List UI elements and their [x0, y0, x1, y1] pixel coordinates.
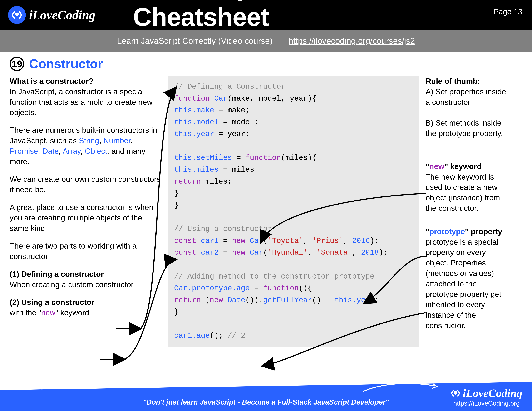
proto-q1: " — [426, 227, 429, 236]
code-l14: } — [174, 308, 179, 316]
para-3: We can create our own custom constructor… — [10, 174, 163, 195]
code-str-toyota: 'Toyota' — [268, 237, 303, 245]
section-number-circle: 19 — [10, 56, 24, 71]
code-kw-return-2: return — [174, 296, 201, 304]
part2-title: (2) Using a constructor — [10, 298, 94, 307]
code-kw-const-1: const — [174, 237, 196, 245]
course-link[interactable]: https://ilovecoding.org/courses/js2 — [289, 36, 415, 46]
footer-logo-icon — [451, 388, 460, 398]
code-var-car2: car2 — [196, 249, 218, 257]
code-var-car1: car1 — [196, 237, 218, 245]
code-l11j: , — [352, 249, 361, 257]
brand-text: iLoveCoding — [29, 8, 95, 22]
right-column: Rule of thumb: A) Set properties inside … — [419, 76, 509, 347]
section-title: Constructor — [29, 56, 103, 71]
code-l12d: = — [250, 284, 263, 292]
code-fn-name: Car — [210, 94, 228, 103]
rule-b: B) Set methods inside the prototype prop… — [426, 119, 503, 138]
part2-body-a: with the " — [10, 308, 41, 317]
code-l1c: (make, model, year){ — [228, 94, 316, 103]
code-kw-const-2: const — [174, 249, 196, 257]
code-this-5: this — [174, 166, 192, 174]
code-num-2016: 2016 — [352, 237, 370, 245]
part2-new-kw: new — [41, 308, 56, 317]
footer-brand: iLoveCoding — [463, 387, 522, 400]
code-prop-model: .model — [192, 118, 218, 127]
code-l8: } — [174, 189, 179, 198]
code-l13j: ; — [374, 296, 379, 304]
para-1: In JavaScript, a constructor is a specia… — [10, 87, 152, 117]
code-age: .age — [232, 284, 250, 292]
builtin-date: Date — [42, 147, 59, 155]
code-l11l: ); — [379, 249, 388, 257]
header-logo-area: iLoveCoding — [8, 6, 95, 24]
builtin-number: Number — [104, 136, 131, 145]
code-l13g: () - — [312, 296, 334, 304]
code-l7b: miles; — [201, 177, 232, 186]
proto-kw-title: prototype — [429, 227, 465, 236]
code-this-1: this — [174, 106, 192, 115]
part2-body-b: " keyword — [56, 308, 89, 317]
code-car-2: Car — [245, 249, 263, 257]
footer-arrow-icon — [360, 380, 440, 396]
code-this-3: this — [174, 130, 192, 138]
code-getfullyear: getFullYear — [263, 296, 312, 304]
code-this-4: this — [174, 154, 192, 162]
footer-url[interactable]: https://iLoveCoding.org — [453, 400, 520, 407]
para-5: There are two parts to working with a co… — [10, 241, 163, 262]
left-column: What is a constructor? In JavaScript, a … — [10, 76, 168, 347]
code-str-sonata: 'Sonata' — [316, 249, 352, 257]
code-comment-4: // 2 — [228, 332, 245, 340]
code-l10c: = — [218, 237, 232, 245]
logo-icon — [8, 6, 26, 24]
code-l10l: ); — [370, 237, 379, 245]
code-l13e: ()). — [245, 296, 263, 304]
new-body: The new keyword is used to create a new … — [426, 173, 500, 212]
subtitle-text: Learn JavaScript Correctly (Video course… — [117, 36, 272, 46]
code-car-3: Car — [174, 284, 188, 292]
rule-a: A) Set properties inside a constructor. — [426, 87, 506, 106]
code-l2c: = make; — [214, 106, 250, 115]
code-kw-function: function — [174, 94, 210, 103]
code-car1-call: car1 — [174, 332, 192, 340]
footer: "Don't just learn JavaScript - Become a … — [0, 377, 532, 411]
para-4: A great place to use a constructor is wh… — [10, 202, 163, 234]
proto-body: prototype is a special property on every… — [426, 238, 501, 330]
builtin-string: String — [79, 136, 99, 145]
code-comment-2: // Using a constructor — [174, 225, 272, 233]
question-title: What is a constructor? — [10, 77, 94, 85]
code-prototype: .prototype — [188, 284, 232, 292]
code-str-prius: 'Prius' — [312, 237, 343, 245]
code-l5c: = — [232, 154, 245, 162]
code-year-2: .year — [352, 296, 374, 304]
code-car-1: Car — [245, 237, 263, 245]
part1-title: (1) Defining a constructor — [10, 270, 104, 278]
code-l12f: (){ — [299, 284, 312, 292]
header-black-bar: iLoveCoding JavaScript Cheatsheet Page 1… — [0, 0, 532, 30]
code-l10f: ( — [263, 237, 268, 245]
code-prop-make: .make — [192, 106, 214, 115]
new-q1: " — [426, 162, 429, 171]
code-l3c: = model; — [218, 118, 259, 127]
code-kw-new-3: new — [210, 296, 223, 304]
code-this-2: this — [174, 118, 192, 127]
code-kw-new-2: new — [232, 249, 245, 257]
builtin-promise: Promise — [10, 147, 38, 155]
code-kw-return-1: return — [174, 177, 201, 186]
code-l15c: (); — [210, 332, 228, 340]
code-l13b: ( — [201, 296, 210, 304]
builtin-object: Object — [85, 147, 107, 155]
code-kw-new-1: new — [232, 237, 245, 245]
code-l11c: = — [218, 249, 232, 257]
code-date: Date — [223, 296, 245, 304]
code-l10h: , — [303, 237, 312, 245]
code-l6c: = miles — [218, 166, 254, 174]
builtin-array: Array — [63, 147, 80, 155]
footer-quote: "Don't just learn JavaScript - Become a … — [143, 398, 389, 406]
page-number: Page 13 — [494, 7, 522, 16]
header-gray-bar: Learn JavaScript Correctly (Video course… — [0, 30, 532, 52]
new-q2: " keyword — [444, 162, 482, 171]
code-l11h: , — [308, 249, 316, 257]
code-kw-function-2: function — [245, 154, 281, 162]
section-rule — [111, 64, 522, 64]
